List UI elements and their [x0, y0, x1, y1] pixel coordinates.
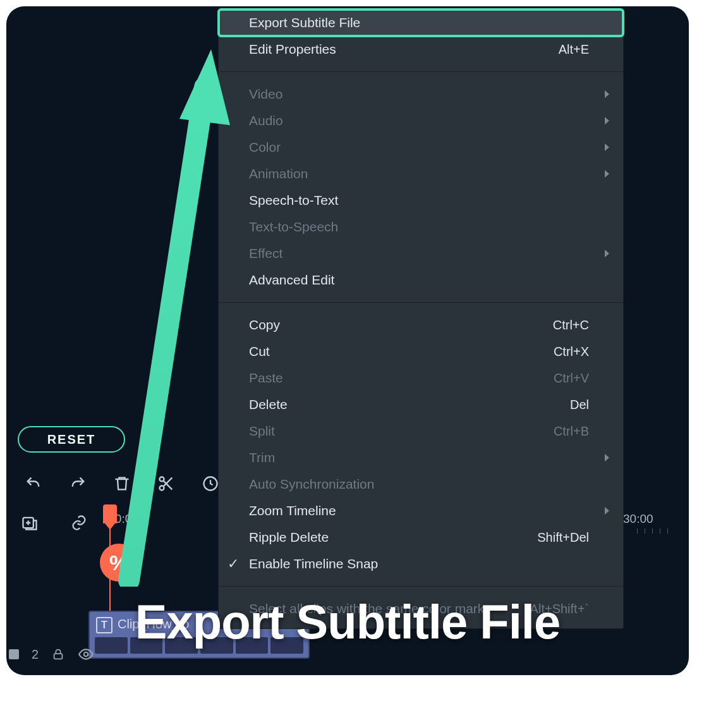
menu-item: Animation — [219, 161, 623, 187]
add-media-icon[interactable] — [19, 512, 40, 534]
menu-item-shortcut: Alt+E — [559, 42, 589, 57]
menu-item-label: Copy — [249, 317, 280, 333]
menu-item-shortcut: Ctrl+B — [554, 424, 589, 439]
menu-separator — [219, 586, 623, 587]
undo-icon[interactable] — [23, 473, 44, 494]
check-icon: ✓ — [228, 556, 239, 572]
menu-item-label: Delete — [249, 397, 288, 412]
marker-icon[interactable]: % — [100, 544, 138, 582]
scissors-icon[interactable] — [155, 473, 177, 494]
svg-point-1 — [160, 486, 164, 491]
menu-separator — [219, 71, 623, 72]
menu-item: Video — [219, 81, 623, 107]
menu-item-label: Zoom Timeline — [249, 503, 336, 518]
svg-point-0 — [160, 477, 164, 482]
menu-item-label: Speech-to-Text — [249, 193, 338, 208]
menu-separator — [219, 302, 623, 303]
menu-item-shortcut: Ctrl+V — [554, 371, 589, 386]
menu-item[interactable]: CutCtrl+X — [219, 338, 623, 365]
menu-item: Auto Synchronization — [219, 471, 623, 497]
toolbar — [23, 473, 221, 494]
menu-item-label: Enable Timeline Snap — [249, 556, 378, 571]
svg-point-5 — [84, 652, 88, 657]
menu-item: SplitCtrl+B — [219, 418, 623, 444]
menu-item: Color — [219, 134, 623, 161]
menu-item-label: Audio — [249, 113, 283, 128]
timeline-controls — [19, 512, 90, 534]
menu-item[interactable]: Export Subtitle File — [219, 9, 623, 36]
menu-item-label: Advanced Edit — [249, 272, 334, 288]
menu-item-label: Edit Properties — [249, 42, 336, 57]
menu-item[interactable]: Zoom Timeline — [219, 497, 623, 524]
color-swatch-icon[interactable] — [9, 649, 19, 659]
menu-item-label: Export Subtitle File — [249, 15, 360, 30]
lock-icon[interactable] — [51, 647, 65, 661]
menu-item[interactable]: CopyCtrl+C — [219, 312, 623, 338]
redo-icon[interactable] — [67, 473, 88, 494]
menu-item: Trim — [219, 444, 623, 471]
annotation-caption: Export Subtitle File — [6, 594, 689, 649]
link-icon[interactable] — [68, 512, 90, 534]
menu-item: Text-to-Speech — [219, 214, 623, 240]
menu-item-shortcut: Del — [570, 398, 589, 412]
menu-item-label: Ripple Delete — [249, 530, 329, 545]
menu-item-label: Auto Synchronization — [249, 477, 374, 492]
menu-item-label: Animation — [249, 166, 308, 181]
menu-item[interactable]: Speech-to-Text — [219, 187, 623, 214]
menu-item[interactable]: Ripple DeleteShift+Del — [219, 524, 623, 551]
menu-item-shortcut: Ctrl+C — [553, 318, 589, 333]
menu-item-label: Color — [249, 140, 281, 155]
menu-item[interactable]: ✓Enable Timeline Snap — [219, 551, 623, 577]
menu-item-shortcut: Ctrl+X — [554, 345, 589, 359]
menu-item-label: Paste — [249, 370, 283, 386]
menu-item-label: Trim — [249, 450, 275, 465]
menu-item-label: Effect — [249, 246, 282, 261]
svg-rect-4 — [54, 654, 63, 659]
trash-icon[interactable] — [111, 473, 133, 494]
context-menu: Export Subtitle FileEdit PropertiesAlt+E… — [218, 9, 624, 629]
menu-item[interactable]: Advanced Edit — [219, 267, 623, 293]
menu-item-shortcut: Shift+Del — [537, 530, 589, 545]
menu-item: Audio — [219, 107, 623, 134]
editor-stage: RESET :00:0 30:00 % T Clip_How_to 2 Expo… — [6, 6, 689, 675]
ruler-label: 30:00 — [623, 512, 653, 526]
menu-item: PasteCtrl+V — [219, 365, 623, 391]
reset-button[interactable]: RESET — [18, 426, 125, 453]
menu-item: Effect — [219, 240, 623, 267]
menu-item[interactable]: DeleteDel — [219, 391, 623, 418]
annotation-arrow-icon — [116, 30, 230, 587]
menu-item-label: Cut — [249, 344, 270, 359]
menu-item-label: Split — [249, 424, 275, 439]
menu-item-label: Video — [249, 87, 282, 102]
menu-item-label: Text-to-Speech — [249, 219, 338, 235]
menu-item[interactable]: Edit PropertiesAlt+E — [219, 36, 623, 63]
